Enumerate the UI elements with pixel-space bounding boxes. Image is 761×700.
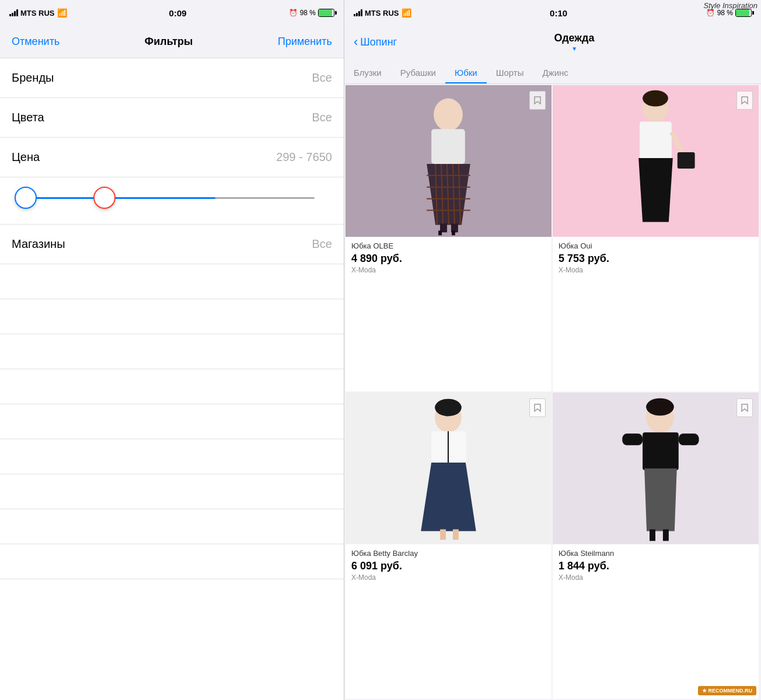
- product-card-2[interactable]: Юбка Oui 5 753 руб. X-Moda: [553, 85, 759, 391]
- product-name-4: Юбка Steilmann: [558, 549, 753, 558]
- product-card-4[interactable]: Юбка Steilmann 1 844 руб. X-Moda: [553, 393, 759, 699]
- category-dropdown-icon: ▼: [571, 46, 577, 52]
- filter-brands-label: Бренды: [12, 71, 54, 85]
- right-screen: MTS RUS 📶 0:10 ⏰ 98 % ‹ Шопинг Одежда ▼: [344, 0, 761, 700]
- right-alarm-icon: ⏰: [706, 9, 715, 17]
- filter-price-value: 299 - 7650: [276, 150, 332, 164]
- right-time: 0:10: [550, 8, 567, 18]
- left-carrier-name: MTS RUS: [20, 9, 55, 18]
- recommend-text: RECOMMEND.RU: [708, 688, 753, 694]
- right-battery-area: ⏰ 98 %: [706, 9, 752, 17]
- recommend-icon: ★: [702, 688, 707, 694]
- filter-price[interactable]: Цена 299 - 7650: [0, 138, 344, 177]
- back-label[interactable]: Шопинг: [360, 36, 397, 48]
- right-signal-bar-3: [358, 11, 360, 16]
- product-figure-2: [553, 85, 759, 237]
- filter-price-label: Цена: [12, 150, 40, 164]
- bookmark-svg-4: [741, 403, 749, 412]
- bookmark-icon-1[interactable]: [529, 91, 546, 110]
- bookmark-svg-2: [741, 96, 749, 105]
- product-store-1: X-Moda: [351, 266, 546, 274]
- tab-bluzki[interactable]: Блузки: [344, 63, 391, 83]
- signal-bars-icon: [9, 9, 18, 16]
- tab-shorty[interactable]: Шорты: [487, 63, 533, 83]
- svg-rect-25: [453, 529, 459, 540]
- left-time: 0:09: [169, 8, 187, 18]
- empty-line-2: [0, 299, 344, 334]
- filter-title: Фильтры: [145, 36, 193, 48]
- signal-bar-4: [16, 9, 18, 16]
- back-button[interactable]: ‹ Шопинг: [354, 34, 397, 50]
- filter-stores[interactable]: Магазины Все: [0, 225, 344, 264]
- slider-thumb-min[interactable]: [15, 187, 37, 209]
- svg-rect-30: [679, 433, 699, 445]
- svg-point-16: [643, 90, 668, 107]
- product-price-4: 1 844 руб.: [558, 560, 753, 572]
- filter-list: Бренды Все Цвета Все Цена 299 - 7650: [0, 58, 344, 700]
- right-battery-fill: [736, 9, 749, 16]
- battery-fill: [319, 9, 332, 16]
- svg-rect-32: [663, 529, 669, 541]
- empty-area: [0, 264, 344, 579]
- svg-rect-14: [452, 230, 455, 235]
- products-grid: Юбка OLBE 4 890 руб. X-Moda: [344, 84, 761, 700]
- product-name-3: Юбка Betty Barclay: [351, 549, 546, 558]
- filter-colors-label: Цвета: [12, 111, 44, 124]
- bookmark-icon-3[interactable]: [529, 398, 546, 417]
- product-figure-3: [345, 393, 551, 544]
- tab-rubashki[interactable]: Рубашки: [391, 63, 445, 83]
- svg-rect-17: [640, 121, 672, 159]
- shopping-nav-bar: ‹ Шопинг Одежда ▼: [344, 26, 761, 58]
- svg-rect-24: [440, 529, 446, 540]
- tab-djins[interactable]: Джинс: [533, 63, 577, 83]
- bookmark-icon-2[interactable]: [736, 91, 753, 110]
- svg-rect-29: [622, 433, 643, 445]
- right-carrier-signal: MTS RUS 📶: [354, 8, 411, 18]
- category-title-bar: Одежда ▼: [397, 32, 752, 52]
- bookmark-icon-4[interactable]: [736, 398, 753, 417]
- screens-container: MTS RUS 📶 0:09 ⏰ 98 % Отменить Фильтры П…: [0, 0, 761, 700]
- filter-stores-label: Магазины: [12, 237, 65, 251]
- price-slider-track: [12, 183, 332, 212]
- category-title: Одежда: [554, 32, 595, 44]
- signal-bar-1: [9, 14, 11, 16]
- product-image-3: [345, 393, 551, 544]
- filter-brands[interactable]: Бренды Все: [0, 58, 344, 98]
- product-card-1[interactable]: Юбка OLBE 4 890 руб. X-Moda: [345, 85, 551, 391]
- right-signal-bar-4: [361, 9, 362, 16]
- empty-line-6: [0, 439, 344, 474]
- svg-rect-31: [650, 529, 655, 541]
- cancel-button[interactable]: Отменить: [12, 36, 60, 48]
- product-card-3[interactable]: Юбка Betty Barclay 6 091 руб. X-Moda: [345, 393, 551, 699]
- recommend-badge: ★ RECOMMEND.RU: [698, 686, 757, 695]
- tab-yubki[interactable]: Юбки: [445, 63, 487, 83]
- empty-line-5: [0, 404, 344, 439]
- svg-rect-28: [643, 432, 679, 470]
- apply-button[interactable]: Применить: [278, 36, 332, 48]
- wifi-icon: 📶: [57, 8, 67, 18]
- left-screen: MTS RUS 📶 0:09 ⏰ 98 % Отменить Фильтры П…: [0, 0, 344, 700]
- right-signal-bars-icon: [354, 9, 362, 16]
- left-battery-area: ⏰ 98 %: [289, 9, 334, 17]
- filter-nav-bar: Отменить Фильтры Применить: [0, 26, 344, 58]
- filter-brands-value: Все: [312, 71, 332, 85]
- product-price-2: 5 753 руб.: [558, 253, 753, 265]
- product-info-1: Юбка OLBE 4 890 руб. X-Moda: [345, 237, 551, 279]
- empty-line-1: [0, 264, 344, 299]
- svg-rect-19: [678, 152, 695, 169]
- right-status-bar: MTS RUS 📶 0:10 ⏰ 98 %: [344, 0, 761, 26]
- product-price-1: 4 890 руб.: [351, 253, 546, 265]
- product-image-2: [553, 85, 759, 237]
- product-image-1: [345, 85, 551, 237]
- filter-colors-value: Все: [312, 111, 332, 124]
- empty-line-4: [0, 369, 344, 404]
- left-battery-pct: 98 %: [300, 9, 316, 17]
- right-battery-icon: [735, 9, 752, 17]
- product-image-4: [553, 393, 759, 544]
- right-carrier-name: MTS RUS: [365, 9, 399, 18]
- product-figure-4: [553, 393, 759, 544]
- slider-thumb-max[interactable]: [93, 187, 116, 209]
- filter-colors[interactable]: Цвета Все: [0, 98, 344, 138]
- signal-bar-3: [14, 11, 16, 16]
- svg-rect-1: [431, 129, 465, 164]
